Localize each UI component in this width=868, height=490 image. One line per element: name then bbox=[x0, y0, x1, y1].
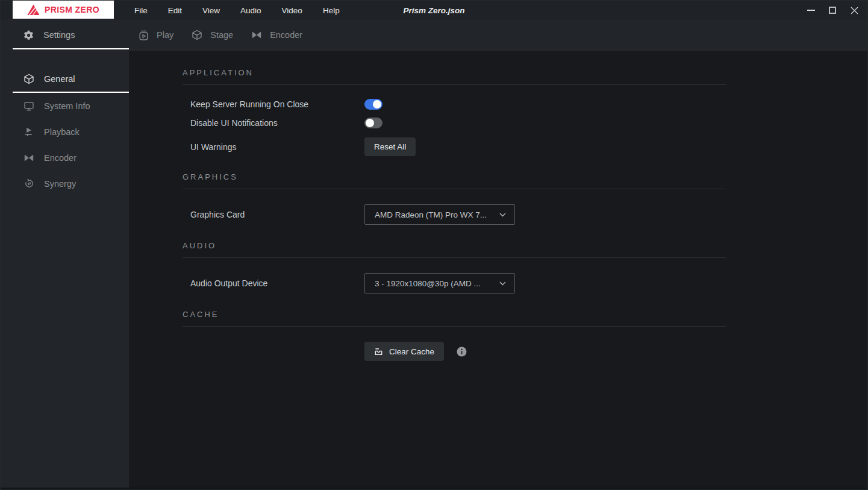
playback-icon bbox=[23, 127, 34, 137]
chevron-down-icon bbox=[499, 213, 506, 217]
maximize-button[interactable] bbox=[822, 1, 843, 20]
section-title-audio: AUDIO bbox=[183, 241, 867, 250]
menu-help[interactable]: Help bbox=[313, 1, 350, 20]
sidebar-item-label: General bbox=[44, 74, 75, 84]
graphics-card-dropdown[interactable]: AMD Radeon (TM) Pro WX 7... bbox=[364, 204, 515, 225]
sidebar-item-encoder[interactable]: Encoder bbox=[1, 145, 129, 171]
settings-content: APPLICATION Keep Server Running On Close… bbox=[129, 51, 867, 488]
cache-info-button[interactable] bbox=[457, 347, 467, 357]
toggle-knob bbox=[366, 119, 374, 127]
keep-server-running-toggle[interactable] bbox=[364, 99, 382, 110]
play-icon bbox=[139, 30, 149, 40]
dropdown-value: 3 - 1920x1080@30p (AMD ... bbox=[375, 279, 481, 288]
cube-icon bbox=[23, 74, 34, 84]
section-divider bbox=[183, 257, 726, 258]
sidebar-item-label: Playback bbox=[44, 127, 80, 137]
setting-label: Disable UI Notifications bbox=[190, 118, 364, 128]
gear-icon bbox=[23, 30, 34, 40]
toggle-knob bbox=[373, 100, 381, 108]
clear-cache-icon bbox=[374, 347, 383, 356]
tab-bar: Settings Play Stage bbox=[1, 20, 867, 51]
maximize-icon bbox=[829, 7, 836, 14]
setting-label: Graphics Card bbox=[190, 210, 364, 219]
setting-label: UI Warnings bbox=[190, 142, 364, 152]
encoder-bowtie-icon bbox=[251, 30, 262, 40]
menu-audio[interactable]: Audio bbox=[230, 1, 272, 20]
tab-encoder-label: Encoder bbox=[270, 30, 302, 40]
main-menu: File Edit View Audio Video Help bbox=[124, 1, 350, 20]
menu-bar: File Edit View Audio Video Help Prism Ze… bbox=[1, 1, 867, 20]
encoder-bowtie-icon bbox=[23, 152, 34, 163]
menu-view[interactable]: View bbox=[192, 1, 230, 20]
sidebar-item-synergy[interactable]: Synergy bbox=[1, 171, 129, 196]
close-icon bbox=[851, 7, 858, 14]
clear-cache-label: Clear Cache bbox=[389, 347, 434, 356]
section-title-graphics: GRAPHICS bbox=[183, 172, 867, 181]
workspace-tabs: Play Stage Encoder bbox=[139, 20, 302, 50]
setting-row-disable-ui-notifications: Disable UI Notifications bbox=[190, 118, 867, 128]
tab-settings-label: Settings bbox=[43, 30, 75, 40]
section-title-application: APPLICATION bbox=[183, 68, 867, 77]
setting-row-graphics-card: Graphics Card AMD Radeon (TM) Pro WX 7..… bbox=[190, 204, 867, 225]
settings-sidebar: General System Info Playback bbox=[1, 51, 129, 488]
tab-stage[interactable]: Stage bbox=[192, 30, 233, 40]
audio-output-device-dropdown[interactable]: 3 - 1920x1080@30p (AMD ... bbox=[364, 273, 515, 294]
window-controls bbox=[800, 1, 865, 20]
sidebar-item-label: Encoder bbox=[44, 153, 76, 163]
dropdown-value: AMD Radeon (TM) Pro WX 7... bbox=[375, 210, 487, 219]
sidebar-item-label: System Info bbox=[44, 101, 90, 111]
section-title-cache: CACHE bbox=[183, 310, 867, 319]
menu-video[interactable]: Video bbox=[272, 1, 313, 20]
menu-edit[interactable]: Edit bbox=[158, 1, 192, 20]
tab-settings[interactable]: Settings bbox=[23, 20, 75, 50]
setting-label: Keep Server Running On Close bbox=[190, 99, 364, 109]
clear-cache-button[interactable]: Clear Cache bbox=[364, 342, 444, 361]
app-logo: PRISM ZERO bbox=[13, 1, 114, 19]
section-divider bbox=[183, 189, 726, 189]
sidebar-item-general[interactable]: General bbox=[1, 66, 129, 92]
tab-stage-label: Stage bbox=[210, 30, 233, 40]
menu-file[interactable]: File bbox=[124, 1, 158, 20]
setting-label: Audio Output Device bbox=[190, 278, 364, 288]
chevron-down-icon bbox=[499, 281, 506, 286]
tab-play-label: Play bbox=[157, 30, 173, 40]
setting-row-ui-warnings: UI Warnings Reset All bbox=[190, 137, 867, 156]
app-logo-text: PRISM ZERO bbox=[45, 5, 99, 14]
reset-all-button[interactable]: Reset All bbox=[364, 137, 416, 156]
minimize-icon bbox=[807, 10, 815, 11]
disable-ui-notifications-toggle[interactable] bbox=[364, 118, 382, 128]
close-button[interactable] bbox=[843, 1, 865, 20]
section-divider bbox=[183, 84, 726, 85]
setting-row-keep-server-running: Keep Server Running On Close bbox=[190, 99, 867, 110]
document-title: Prism Zero.json bbox=[403, 1, 464, 20]
info-icon bbox=[457, 347, 467, 357]
settings-active-underline bbox=[13, 48, 129, 49]
setting-row-audio-output-device: Audio Output Device 3 - 1920x1080@30p (A… bbox=[190, 273, 867, 294]
tab-play[interactable]: Play bbox=[139, 30, 173, 40]
minimize-button[interactable] bbox=[800, 1, 822, 20]
sidebar-item-playback[interactable]: Playback bbox=[1, 119, 129, 145]
section-divider bbox=[183, 326, 726, 327]
window-bottom-edge bbox=[1, 488, 867, 489]
setting-row-clear-cache: Clear Cache bbox=[190, 342, 867, 361]
prism-triangle-icon bbox=[27, 4, 40, 16]
sidebar-item-system-info[interactable]: System Info bbox=[1, 93, 129, 119]
app-window: File Edit View Audio Video Help Prism Ze… bbox=[0, 0, 868, 490]
synergy-swirl-icon bbox=[23, 178, 34, 189]
cube-icon bbox=[192, 30, 202, 40]
sidebar-item-label: Synergy bbox=[44, 179, 76, 189]
monitor-icon bbox=[23, 101, 34, 112]
tab-encoder[interactable]: Encoder bbox=[251, 30, 302, 40]
